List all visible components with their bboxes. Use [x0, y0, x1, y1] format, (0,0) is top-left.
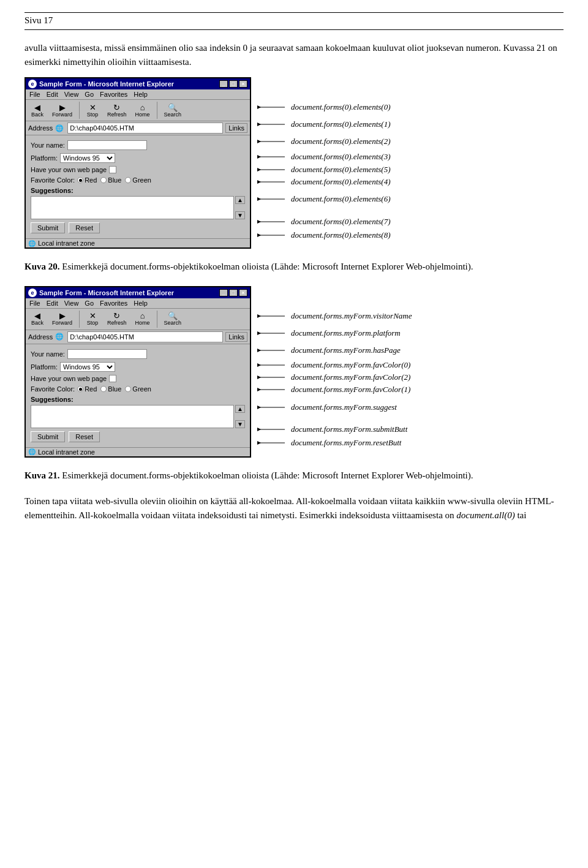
refresh-button-1[interactable]: ↻ Refresh — [104, 102, 130, 119]
platform-select-2[interactable]: Windows 95 — [60, 362, 115, 372]
address-icon-1: 🌐 — [55, 124, 64, 132]
minimize-btn-2[interactable]: _ — [219, 289, 228, 296]
menu-help-2[interactable]: Help — [134, 300, 148, 307]
address-input-1[interactable] — [67, 123, 223, 134]
bottom-text: Toinen tapa viitata web-sivulla oleviin … — [24, 494, 564, 522]
svg-marker-21 — [257, 331, 261, 335]
ann-text-2-8: document.forms.myForm.resetButt — [291, 438, 401, 448]
menu-edit-1[interactable]: Edit — [47, 91, 58, 98]
suggestions-textarea-2[interactable] — [31, 405, 234, 428]
menu-edit-2[interactable]: Edit — [47, 300, 58, 307]
menu-favorites-2[interactable]: Favorites — [100, 300, 127, 307]
back-icon-1: ◀ — [34, 104, 40, 111]
window-controls-1: _ □ × — [219, 80, 247, 88]
menu-view-2[interactable]: View — [64, 300, 79, 307]
address-bar-2: Address 🌐 Links — [26, 330, 250, 344]
radio-red-1: Red — [77, 176, 97, 184]
ann-text-2-6: document.forms.myForm.suggest — [291, 402, 397, 412]
ann-line-1-8: document.forms(0).elements(8) — [257, 228, 564, 242]
ann-line-1-4: document.forms(0).elements(5) — [257, 164, 564, 176]
textarea-scrollup-1[interactable]: ▲ — [235, 196, 245, 204]
close-btn-1[interactable]: × — [239, 80, 247, 88]
page-rule — [24, 12, 564, 13]
suggestions-textarea-1[interactable] — [31, 196, 234, 219]
menu-go-1[interactable]: Go — [85, 91, 94, 98]
form-row-color-1: Favorite Color: Red Blue Green — [31, 176, 245, 184]
ann-line-2-1: document.forms.myForm.platform — [257, 325, 564, 342]
search-button-2[interactable]: 🔍 Search — [161, 311, 185, 327]
status-icon-1: 🌐 — [28, 240, 36, 247]
home-button-2[interactable]: ⌂ Home — [132, 311, 153, 327]
webpage-label-2: Have your own web page — [31, 375, 107, 382]
textarea-scrollup-2[interactable]: ▲ — [235, 405, 245, 413]
back-button-1[interactable]: ◀ Back — [28, 102, 47, 119]
reset-button-2[interactable]: Reset — [69, 431, 100, 442]
close-btn-2[interactable]: × — [239, 289, 247, 296]
radio-blue-circle-1[interactable] — [100, 177, 107, 183]
submit-button-2[interactable]: Submit — [31, 431, 65, 442]
ie-icon-1: e — [28, 80, 37, 88]
toolbar-sep-4 — [157, 311, 157, 328]
menu-file-2[interactable]: File — [29, 300, 40, 307]
ann-line-2-4: document.forms.myForm.favColor(2) — [257, 371, 564, 383]
links-button-2[interactable]: Links — [225, 332, 247, 342]
menu-help-1[interactable]: Help — [134, 91, 148, 98]
ann-arrow-1-5 — [257, 176, 291, 187]
home-button-1[interactable]: ⌂ Home — [132, 102, 153, 119]
ann-text-1-4: document.forms(0).elements(5) — [291, 165, 390, 175]
title-bar-1: e Sample Form - Microsoft Internet Explo… — [26, 78, 250, 89]
svg-marker-19 — [257, 314, 261, 318]
maximize-btn-2[interactable]: □ — [229, 289, 238, 296]
menu-favorites-1[interactable]: Favorites — [100, 91, 127, 98]
textarea-scrolldown-2[interactable]: ▼ — [235, 420, 245, 428]
platform-select-1[interactable]: Windows 95 — [60, 153, 115, 163]
name-input-1[interactable] — [67, 140, 147, 150]
ann-arrow-1-1 — [257, 119, 291, 130]
home-icon-2: ⌂ — [140, 312, 145, 320]
ie-icon-2: e — [28, 289, 37, 297]
toolbar-2: ◀ Back ▶ Forward ✕ Stop ↻ Refresh ⌂ Home — [26, 309, 250, 330]
ann-text-2-7: document.forms.myForm.submitButt — [291, 425, 407, 434]
minimize-btn-1[interactable]: _ — [219, 80, 228, 88]
forward-button-2[interactable]: ▶ Forward — [49, 311, 75, 327]
textarea-scrolldown-1[interactable]: ▼ — [235, 211, 245, 219]
radio-red-circle-1[interactable] — [77, 177, 83, 183]
menu-view-1[interactable]: View — [64, 91, 79, 98]
back-button-2[interactable]: ◀ Back — [28, 311, 47, 327]
radio-green-circle-2[interactable] — [125, 386, 131, 392]
annotations-2: document.forms.myForm.visitorName docume… — [251, 286, 564, 450]
radio-red-circle-2[interactable] — [77, 386, 83, 392]
maximize-btn-1[interactable]: □ — [229, 80, 238, 88]
browser-content-2: Your name: Platform: Windows 95 Have you… — [26, 344, 250, 447]
links-button-1[interactable]: Links — [225, 123, 247, 133]
radio-blue-circle-2[interactable] — [100, 386, 107, 392]
menu-file-1[interactable]: File — [29, 91, 40, 98]
browser-content-1: Your name: Platform: Windows 95 Have you… — [26, 135, 250, 238]
stop-button-2[interactable]: ✕ Stop — [83, 311, 102, 327]
caption-20-bold: Kuva 20. — [24, 262, 60, 271]
submit-button-1[interactable]: Submit — [31, 222, 65, 233]
address-input-2[interactable] — [67, 331, 223, 342]
ann-text-1-5: document.forms(0).elements(4) — [291, 177, 390, 187]
ann-line-1-7: document.forms(0).elements(7) — [257, 215, 564, 228]
search-button-1[interactable]: 🔍 Search — [161, 102, 185, 119]
reset-button-1[interactable]: Reset — [69, 222, 100, 233]
svg-marker-11 — [257, 180, 261, 184]
name-input-2[interactable] — [67, 349, 147, 359]
forward-icon-1: ▶ — [59, 104, 66, 111]
ann-arrow-1-0 — [257, 102, 291, 113]
webpage-checkbox-2[interactable] — [109, 375, 116, 382]
ann-line-1-5: document.forms(0).elements(4) — [257, 176, 564, 188]
form-row-platform-1: Platform: Windows 95 — [31, 153, 245, 163]
stop-button-1[interactable]: ✕ Stop — [83, 102, 102, 119]
forward-button-1[interactable]: ▶ Forward — [49, 102, 75, 119]
ann-text-2-2: document.forms.myForm.hasPage — [291, 345, 401, 355]
form-row-webpage-1: Have your own web page — [31, 166, 245, 173]
ann-line-2-3: document.forms.myForm.favColor(0) — [257, 359, 564, 371]
svg-marker-13 — [257, 197, 261, 201]
color-label-2: Favorite Color: — [31, 385, 75, 393]
refresh-button-2[interactable]: ↻ Refresh — [104, 311, 130, 327]
webpage-checkbox-1[interactable] — [109, 166, 116, 173]
radio-green-circle-1[interactable] — [125, 177, 131, 183]
menu-go-2[interactable]: Go — [85, 300, 94, 307]
